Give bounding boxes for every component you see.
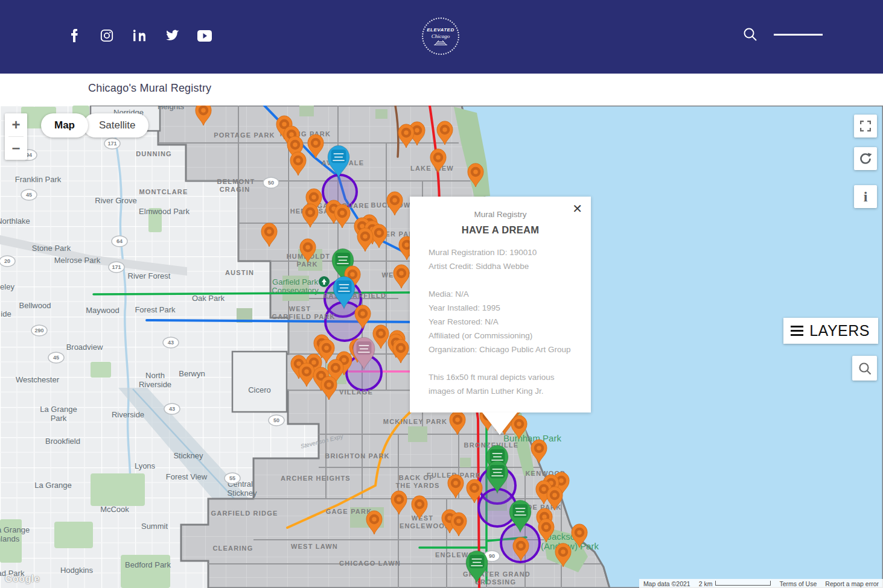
popup-text-line: Year Restored: N/A <box>429 315 580 329</box>
map-canvas[interactable]: HeightsNorridgeFranklin ParkRiver GroveE… <box>0 106 883 588</box>
menu-icon[interactable] <box>774 31 823 37</box>
mural-info-popup: ✕ Mural Registry HAVE A DREAM Mural Regi… <box>410 197 591 413</box>
linkedin-icon[interactable] <box>130 27 148 45</box>
route-shield <box>263 177 279 188</box>
route-shield <box>112 236 127 247</box>
info-button[interactable]: i <box>854 185 877 208</box>
scale-bar <box>715 581 771 586</box>
pin-logo-badge <box>357 341 372 355</box>
rail-tracks-icon <box>433 40 448 45</box>
popup-text-line <box>429 356 580 370</box>
search-icon[interactable] <box>742 27 758 42</box>
map-type-map-button[interactable]: Map <box>41 113 88 138</box>
popup-body: Mural Registration ID: 190010Artist Cred… <box>429 245 580 398</box>
popup-text-line: Artist Credit: Siddha Webbe <box>429 259 580 273</box>
instagram-icon[interactable] <box>98 27 116 45</box>
facebook-icon[interactable] <box>65 27 83 45</box>
map-type-control: Map Satellite <box>41 113 148 138</box>
route-shield <box>48 352 64 363</box>
route-shield <box>104 138 120 149</box>
fullscreen-button[interactable] <box>854 115 877 138</box>
popup-text-line: Year Installed: 1995 <box>429 301 580 315</box>
popup-text-line: Media: N/A <box>429 287 580 301</box>
route-shield <box>0 256 15 267</box>
map-search-button[interactable] <box>852 356 877 381</box>
route-shield <box>269 415 284 426</box>
logo-line1: ELEVATED <box>427 27 454 33</box>
route-shield <box>164 403 180 414</box>
zoom-out-button[interactable]: − <box>5 137 27 160</box>
popup-text-line: images of Martin Luther King Jr. <box>429 384 580 398</box>
route-shield <box>21 189 37 200</box>
page-title: Chicago's Mural Registry <box>88 82 211 95</box>
layers-icon <box>791 323 803 338</box>
map-type-satellite-button[interactable]: Satellite <box>83 113 148 138</box>
map-attribution: Map data ©2021 2 km Terms of Use Report … <box>639 579 883 588</box>
popup-kicker: Mural Registry <box>410 210 591 219</box>
social-links <box>65 27 214 45</box>
popup-text-line: This 16x50 ft mural depicts various <box>429 370 580 384</box>
zoom-in-button[interactable]: + <box>5 113 27 136</box>
layers-button[interactable]: LAYERS <box>783 318 878 344</box>
popup-title: HAVE A DREAM <box>410 224 591 236</box>
popup-text-line: Affiliated (or Commissioning) <box>429 329 580 343</box>
zoom-control: + − <box>5 113 27 160</box>
twitter-icon[interactable] <box>163 27 181 45</box>
youtube-icon[interactable] <box>196 27 214 45</box>
popup-tail <box>482 413 517 435</box>
title-bar: Chicago's Mural Registry <box>0 74 883 106</box>
elevated-chicago-logo[interactable]: ELEVATED Chicago <box>422 17 459 55</box>
popup-text-line <box>429 273 580 287</box>
route-shield <box>109 262 124 273</box>
route-shield <box>163 337 179 348</box>
popup-close-icon[interactable]: ✕ <box>570 201 585 216</box>
map-data-text: Map data ©2021 <box>639 580 695 587</box>
top-navbar: ELEVATED Chicago <box>0 0 883 74</box>
popup-text-line: Mural Registration ID: 190010 <box>429 245 580 259</box>
conservatory-tree-icon[interactable] <box>319 276 330 287</box>
logo-line2: Chicago <box>432 33 450 39</box>
layers-label: LAYERS <box>809 322 870 340</box>
refresh-button[interactable] <box>854 147 877 170</box>
scale-control: 2 km <box>695 580 776 587</box>
google-logo[interactable]: Google <box>5 574 40 584</box>
popup-text-line: Organization: Chicago Public Art Group <box>429 343 580 356</box>
route-shield <box>31 325 47 336</box>
scale-label: 2 km <box>699 580 713 587</box>
report-map-error-link[interactable]: Report a map error <box>825 580 879 587</box>
terms-of-use-link[interactable]: Terms of Use <box>779 580 817 587</box>
route-shield <box>225 473 240 484</box>
